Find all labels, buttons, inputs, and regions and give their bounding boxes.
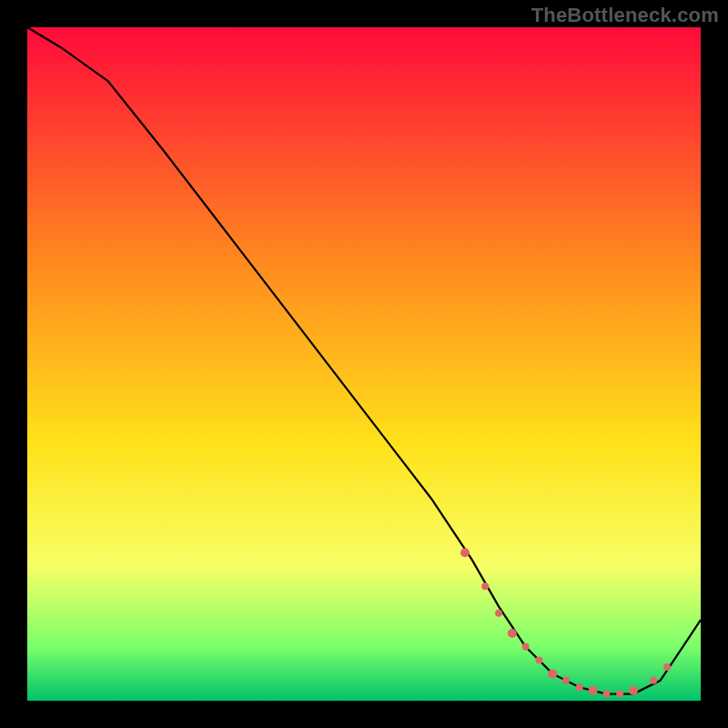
chart-stage: TheBottleneck.com — [0, 0, 728, 728]
curve-marker — [589, 686, 598, 695]
curve-marker — [650, 677, 657, 684]
curve-marker — [576, 683, 583, 691]
curve-marker — [460, 548, 470, 557]
curve-marker — [535, 657, 542, 664]
curve-marker — [616, 691, 623, 698]
curve-marker — [562, 677, 570, 684]
curve-marker — [522, 643, 530, 651]
bottleneck-chart — [0, 0, 728, 728]
curve-marker — [481, 582, 489, 590]
curve-marker — [629, 686, 638, 695]
curve-marker — [508, 629, 517, 638]
plot-background — [27, 27, 701, 701]
curve-marker — [602, 691, 610, 698]
curve-marker — [663, 663, 671, 671]
curve-marker — [495, 610, 502, 617]
curve-marker — [548, 669, 557, 678]
